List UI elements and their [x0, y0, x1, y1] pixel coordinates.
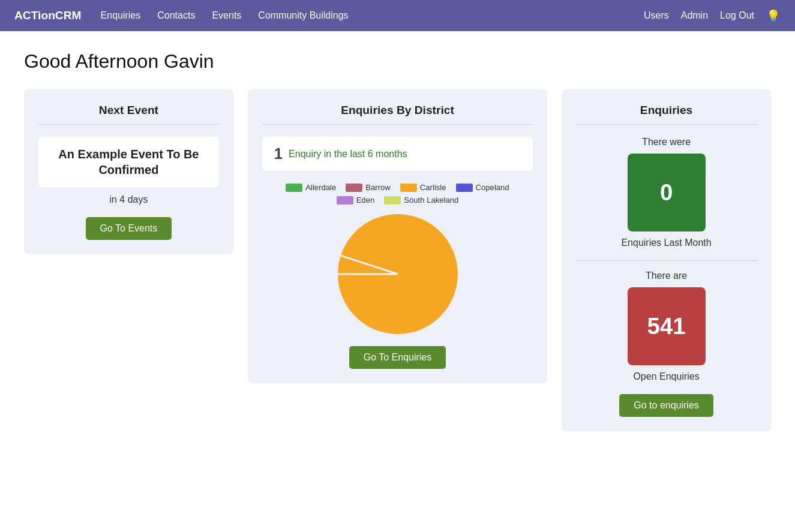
nav-link-admin[interactable]: Admin	[681, 10, 708, 21]
enquiry-summary-text: Enquiry in the last 6 months	[289, 149, 407, 160]
nav-link-logout[interactable]: Log Out	[720, 10, 754, 21]
bulb-icon[interactable]: 💡	[766, 9, 781, 23]
go-to-events-button[interactable]: Go To Events	[86, 217, 172, 240]
pie-chart-container	[262, 214, 533, 334]
district-card: Enquiries By District 1 Enquiry in the l…	[248, 89, 547, 383]
legend-label-allerdale: Allerdale	[305, 183, 336, 192]
there-are-label: There are	[576, 270, 757, 281]
legend-swatch-allerdale	[286, 184, 302, 192]
legend-swatch-south-lakeland	[384, 196, 401, 205]
open-enquiries-label: Open Enquiries	[576, 371, 757, 382]
legend-label-copeland: Copeland	[476, 183, 509, 192]
legend-allerdale: Allerdale	[286, 183, 336, 192]
legend-label-carlisle: Carlisle	[420, 183, 446, 192]
nav-brand: ACTionCRM	[14, 9, 82, 22]
open-count: 541	[647, 313, 686, 339]
legend-label-eden: Eden	[356, 196, 375, 205]
go-to-enquiries-card-button[interactable]: Go to enquiries	[619, 394, 713, 417]
enquiry-count: 1	[274, 145, 283, 163]
enquiry-summary-box: 1 Enquiry in the last 6 months	[262, 137, 533, 171]
legend-south-lakeland: South Lakeland	[384, 196, 458, 205]
enquiries-card: Enquiries There were 0 Enquiries Last Mo…	[562, 89, 771, 431]
last-month-label: Enquiries Last Month	[576, 238, 757, 248]
legend-swatch-copeland	[456, 184, 473, 192]
legend-eden: Eden	[337, 196, 375, 205]
legend-swatch-barrow	[346, 184, 362, 192]
legend-carlisle: Carlisle	[400, 183, 446, 192]
pie-chart	[338, 214, 458, 334]
nav-link-users[interactable]: Users	[644, 10, 669, 21]
legend-label-barrow: Barrow	[365, 183, 391, 192]
last-month-count: 0	[660, 179, 673, 206]
nav-link-contacts[interactable]: Contacts	[157, 10, 195, 21]
nav-link-enquiries[interactable]: Enquiries	[101, 10, 141, 21]
go-to-enquiries-button[interactable]: Go To Enquiries	[349, 346, 446, 369]
next-event-title: Next Event	[38, 104, 219, 125]
legend-copeland: Copeland	[456, 183, 509, 192]
legend-barrow: Barrow	[346, 183, 391, 192]
nav-link-events[interactable]: Events	[212, 10, 241, 21]
there-were-label: There were	[576, 137, 757, 148]
district-card-title: Enquiries By District	[262, 104, 533, 125]
legend-swatch-eden	[337, 196, 353, 205]
open-enquiries-section: There are 541 Open Enquiries	[576, 270, 757, 382]
divider	[576, 260, 757, 261]
last-month-count-box: 0	[628, 154, 706, 232]
page-greeting: Good Afternoon Gavin	[24, 50, 771, 73]
event-box: An Example Event To Be Confirmed	[38, 137, 219, 187]
chart-legend: Allerdale Barrow Carlisle Copeland Eden	[262, 183, 533, 205]
legend-swatch-carlisle	[400, 184, 417, 192]
enquiries-card-title: Enquiries	[576, 104, 757, 125]
last-month-section: There were 0 Enquiries Last Month	[576, 137, 757, 248]
next-event-card: Next Event An Example Event To Be Confir…	[24, 89, 233, 254]
legend-label-south-lakeland: South Lakeland	[404, 196, 458, 205]
open-count-box: 541	[628, 287, 706, 365]
event-days: in 4 days	[38, 194, 219, 205]
nav-link-community-buildings[interactable]: Community Buildings	[258, 10, 348, 21]
event-name: An Example Event To Be Confirmed	[48, 146, 209, 178]
